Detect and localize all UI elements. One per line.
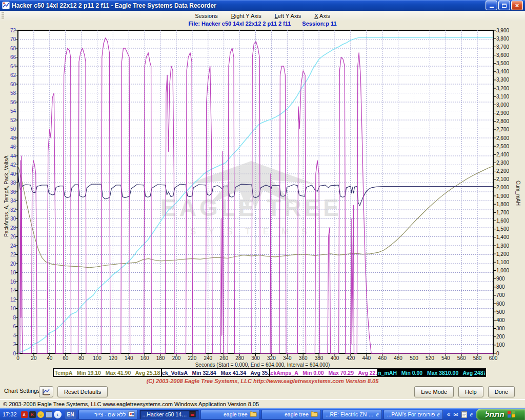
messenger-tray-icon[interactable]: ☺ bbox=[37, 411, 44, 418]
start-label: התחל bbox=[485, 410, 504, 418]
taskbar: 17:32 A K ☺ ‹ EN ללא שם - צייר...Hacker … bbox=[0, 408, 525, 420]
right-tick-label: 1,700 bbox=[496, 210, 519, 215]
left-tick-label: 4 bbox=[1, 333, 16, 338]
x-tick-label: 300 bbox=[251, 355, 260, 361]
left-tick-label: 68 bbox=[1, 46, 16, 51]
show-hidden-icons-button[interactable]: ‹ bbox=[54, 411, 62, 418]
x-tick-label: 440 bbox=[362, 355, 371, 361]
right-tick-label: 2,300 bbox=[496, 160, 519, 166]
mail-quick-icon[interactable]: ✉ bbox=[453, 411, 458, 418]
notes-quick-icon[interactable] bbox=[461, 411, 467, 418]
left-tick-label: 54 bbox=[1, 108, 16, 114]
right-tick-label: 0 bbox=[496, 351, 519, 356]
left-tick-label: 16 bbox=[1, 279, 16, 285]
chart-area: PackAmps_A, TempA, Pack_VoltsA Cum_mAH E… bbox=[0, 28, 525, 368]
title-bar: Hacker c50 14xl 22x12 2 p11 2 f11 - Eagl… bbox=[0, 0, 525, 11]
x-tick-label: 180 bbox=[156, 355, 165, 361]
menu-item-x-axis[interactable]: X Axis bbox=[312, 12, 332, 19]
display-tray-icon[interactable] bbox=[46, 411, 52, 418]
right-tick-label: 2,000 bbox=[496, 185, 519, 190]
menu-grip bbox=[2, 12, 4, 19]
x-tick-label: 40 bbox=[47, 355, 52, 361]
ati-tray-icon[interactable]: A bbox=[21, 411, 28, 418]
start-button[interactable]: התחל bbox=[476, 409, 525, 420]
maximize-button[interactable] bbox=[498, 1, 510, 10]
x-tick-label: 500 bbox=[410, 355, 418, 361]
left-tick-label: 38 bbox=[1, 180, 16, 186]
right-tick-label: 3,300 bbox=[496, 77, 519, 83]
stat-cum-mah: Cum_mAH Min 0.00 Max 3810.00 Avg 2487.98 bbox=[378, 369, 485, 376]
right-tick-label: 2,800 bbox=[496, 118, 519, 124]
right-tick-label: 1,800 bbox=[496, 202, 519, 207]
task-button-2-folder[interactable]: eagle tree bbox=[200, 410, 260, 419]
task-button-3-folder[interactable]: eagle tree bbox=[261, 410, 321, 419]
series-stats-bar: TempA Min 19.10 Max 41.90 Avg 25.18Pack_… bbox=[53, 368, 486, 377]
right-tick-label: 3,400 bbox=[496, 69, 519, 74]
minimize-button[interactable] bbox=[486, 1, 497, 10]
x-tick-label: 200 bbox=[172, 355, 181, 361]
x-tick-label: 380 bbox=[315, 355, 324, 361]
antivirus-tray-icon[interactable]: K bbox=[29, 411, 36, 418]
left-tick-label: 44 bbox=[1, 153, 16, 159]
left-tick-label: 56 bbox=[1, 99, 16, 105]
left-tick-label: 18 bbox=[1, 270, 16, 275]
right-tick-label: 1,100 bbox=[496, 259, 519, 265]
left-tick-label: 10 bbox=[1, 306, 16, 311]
left-tick-label: 66 bbox=[1, 54, 16, 60]
x-tick-label: 540 bbox=[441, 355, 450, 361]
menu-item-sessions[interactable]: Sessions bbox=[193, 12, 220, 19]
task-button-5-ie[interactable]: ...PAM's For פורומיםe bbox=[383, 410, 443, 419]
close-button[interactable]: × bbox=[511, 1, 523, 10]
chart-icon bbox=[42, 388, 50, 395]
file-line: File: Hacker c50 14xl 22x12 2 p11 2 f11 … bbox=[0, 21, 525, 28]
chart-settings-button[interactable] bbox=[39, 386, 53, 397]
minimize-icon bbox=[490, 7, 494, 8]
task-label: ...RE: Electric ZN Line bbox=[326, 411, 374, 417]
right-tick-label: 3,700 bbox=[496, 44, 519, 50]
status-text: © 2003-2008 Eagle Tree Systems, LLC www.… bbox=[3, 401, 259, 407]
left-tick-label: 6 bbox=[1, 324, 16, 329]
copyright-line: (C) 2003-2008 Eagle Tree Systems, LLC ht… bbox=[0, 378, 525, 384]
windows-logo-icon bbox=[508, 410, 516, 418]
language-indicator[interactable]: EN bbox=[65, 410, 76, 419]
x-tick-label: 220 bbox=[188, 355, 197, 361]
right-tick-label: 2,900 bbox=[496, 110, 519, 116]
right-tick-label: 300 bbox=[496, 326, 519, 331]
x-tick-label: 20 bbox=[31, 355, 36, 361]
task-button-0-paint[interactable]: ללא שם - צייר bbox=[78, 410, 138, 419]
right-tick-label: 2,400 bbox=[496, 152, 519, 157]
task-button-1-app[interactable]: ...Hacker c50 14xl 2 bbox=[139, 410, 199, 419]
x-tick-label: 80 bbox=[78, 355, 84, 361]
task-button-4-ie[interactable]: ...RE: Electric ZN Linee bbox=[322, 410, 382, 419]
right-tick-label: 2,600 bbox=[496, 135, 519, 141]
left-tick-label: 60 bbox=[1, 82, 16, 87]
right-tick-label: 200 bbox=[496, 334, 519, 339]
ie-quick-icon[interactable]: e bbox=[470, 411, 473, 417]
right-tick-label: 1,000 bbox=[496, 268, 519, 273]
window-title: Hacker c50 14xl 22x12 2 p11 2 f11 - Eagl… bbox=[12, 2, 484, 9]
close-icon: × bbox=[515, 2, 519, 9]
x-tick-label: 520 bbox=[426, 355, 434, 361]
menu-item-left-y-axis[interactable]: Left Y Axis bbox=[273, 12, 304, 19]
left-tick-label: 30 bbox=[1, 216, 16, 222]
task-label: eagle tree bbox=[285, 411, 309, 417]
menu-item-right-y-axis[interactable]: Right Y Axis bbox=[229, 12, 264, 19]
x-tick-label: 580 bbox=[473, 355, 482, 361]
reset-defaults-button[interactable]: Reset Defaults bbox=[57, 386, 108, 397]
left-tick-label: 2 bbox=[1, 342, 16, 347]
left-tick-label: 14 bbox=[1, 288, 16, 293]
done-button[interactable]: Done bbox=[488, 386, 515, 397]
right-tick-label: 3,200 bbox=[496, 86, 519, 91]
left-tick-label: 8 bbox=[1, 315, 16, 321]
left-tick-label: 40 bbox=[1, 171, 16, 177]
task-buttons: ללא שם - צייר...Hacker c50 14xl 2eagle t… bbox=[77, 410, 444, 419]
live-mode-button[interactable]: Live Mode bbox=[414, 386, 454, 397]
quick-launch-chevron[interactable]: « bbox=[447, 411, 451, 418]
svg-text:EAGLE TREE: EAGLE TREE bbox=[160, 194, 342, 221]
right-tick-label: 1,900 bbox=[496, 193, 519, 199]
help-button[interactable]: Help bbox=[458, 386, 483, 397]
left-tick-label: 62 bbox=[1, 72, 16, 78]
right-tick-label: 2,100 bbox=[496, 176, 519, 182]
x-axis-title: Seconds (Start = 0.000, End = 604.000, I… bbox=[0, 362, 525, 368]
file-name: File: Hacker c50 14xl 22x12 2 p11 2 f11 bbox=[188, 21, 291, 28]
